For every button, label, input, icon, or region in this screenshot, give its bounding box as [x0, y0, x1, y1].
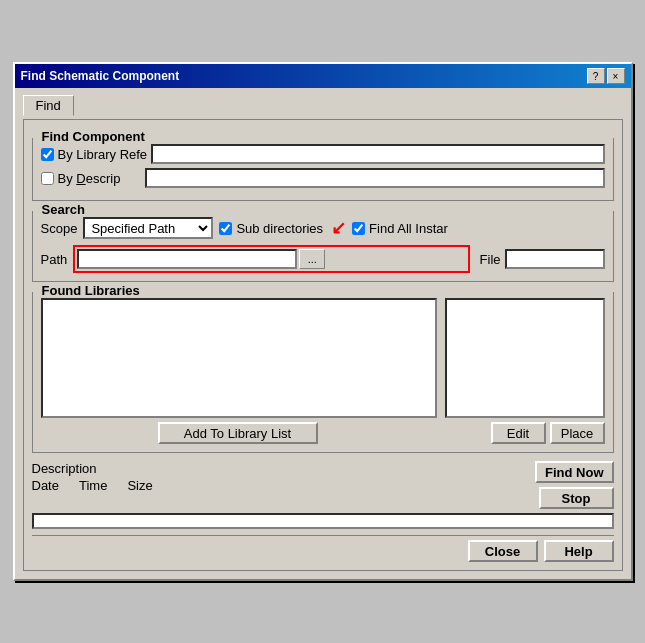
by-descrip-checkbox-label[interactable]: By Descrip	[41, 171, 141, 186]
size-col: Size	[127, 478, 152, 493]
dialog-body: Find Find Component By Library Refe * By…	[15, 88, 631, 579]
by-descrip-text: By Descrip	[58, 171, 121, 186]
close-button[interactable]: Close	[468, 540, 538, 562]
path-label: Path	[41, 252, 68, 267]
find-component-label: Find Component	[39, 129, 148, 144]
browse-button[interactable]: ...	[299, 249, 325, 269]
scope-label: Scope	[41, 221, 78, 236]
title-bar: Find Schematic Component ? ×	[15, 64, 631, 88]
found-left-btn-area: Add To Library List	[41, 422, 435, 444]
sub-directories-label[interactable]: Sub directories	[219, 221, 323, 236]
found-libraries-group: Found Libraries Add To Library List Edit…	[32, 292, 614, 453]
file-input[interactable]: *.ddb;*.lib	[505, 249, 605, 269]
by-descrip-row: By Descrip *	[41, 168, 605, 188]
found-right-btns-area: Edit Place	[435, 422, 605, 444]
desc-area: Description Date Time Size	[32, 461, 614, 509]
found-list-left[interactable]	[41, 298, 437, 418]
bottom-buttons: Close Help	[32, 535, 614, 562]
size-label: Size	[127, 478, 152, 493]
path-row: Path E:\protel99se\Library\Sim ... File …	[41, 245, 605, 273]
main-dialog: Find Schematic Component ? × Find Find C…	[13, 62, 633, 581]
found-buttons: Add To Library List Edit Place	[41, 422, 605, 444]
tab-find[interactable]: Find	[23, 95, 74, 116]
by-library-input[interactable]: *	[151, 144, 604, 164]
help-title-button[interactable]: ?	[587, 68, 605, 84]
place-button[interactable]: Place	[550, 422, 605, 444]
desc-left: Description Date Time Size	[32, 461, 153, 493]
tab-row: Find	[23, 94, 623, 115]
description-label: Description	[32, 461, 112, 476]
search-group-label: Search	[39, 202, 88, 217]
found-libraries-label: Found Libraries	[39, 283, 143, 298]
found-content	[41, 298, 605, 418]
find-all-instances-label[interactable]: Find All Instar	[352, 221, 448, 236]
time-col: Time	[79, 478, 107, 493]
title-controls: ? ×	[587, 68, 625, 84]
find-all-instances-checkbox[interactable]	[352, 222, 365, 235]
edit-button[interactable]: Edit	[491, 422, 546, 444]
dialog-title: Find Schematic Component	[21, 69, 180, 83]
sub-directories-text: Sub directories	[236, 221, 323, 236]
right-action-buttons: Find Now Stop	[535, 461, 614, 509]
info-row: Date Time Size	[32, 478, 153, 493]
tab-content: Find Component By Library Refe * By Desc…	[23, 119, 623, 571]
file-label: File	[480, 252, 501, 267]
by-library-row: By Library Refe *	[41, 144, 605, 164]
help-button[interactable]: Help	[544, 540, 614, 562]
found-list-right[interactable]	[445, 298, 605, 418]
scope-row: Scope Specified Path All Libraries Proje…	[41, 217, 605, 239]
close-title-button[interactable]: ×	[607, 68, 625, 84]
add-to-library-button[interactable]: Add To Library List	[158, 422, 318, 444]
file-section: File *.ddb;*.lib	[480, 249, 605, 269]
path-input-group: E:\protel99se\Library\Sim ...	[73, 245, 469, 273]
find-component-group: Find Component By Library Refe * By Desc…	[32, 138, 614, 201]
by-descrip-input[interactable]: *	[145, 168, 605, 188]
progress-bar	[32, 513, 614, 529]
sub-directories-checkbox[interactable]	[219, 222, 232, 235]
by-descrip-checkbox[interactable]	[41, 172, 54, 185]
path-input[interactable]: E:\protel99se\Library\Sim	[77, 249, 297, 269]
search-group: Search Scope Specified Path All Librarie…	[32, 211, 614, 282]
time-label: Time	[79, 478, 107, 493]
stop-button[interactable]: Stop	[539, 487, 614, 509]
scope-select[interactable]: Specified Path All Libraries Project Lib…	[83, 217, 213, 239]
find-all-instances-text: Find All Instar	[369, 221, 448, 236]
by-library-text: By Library Refe	[58, 147, 148, 162]
arrow-indicator: ↙	[331, 217, 346, 239]
date-col: Date	[32, 478, 59, 493]
find-now-button[interactable]: Find Now	[535, 461, 614, 483]
date-label: Date	[32, 478, 59, 493]
by-library-checkbox-label[interactable]: By Library Refe	[41, 147, 148, 162]
description-row: Description	[32, 461, 153, 476]
by-library-checkbox[interactable]	[41, 148, 54, 161]
